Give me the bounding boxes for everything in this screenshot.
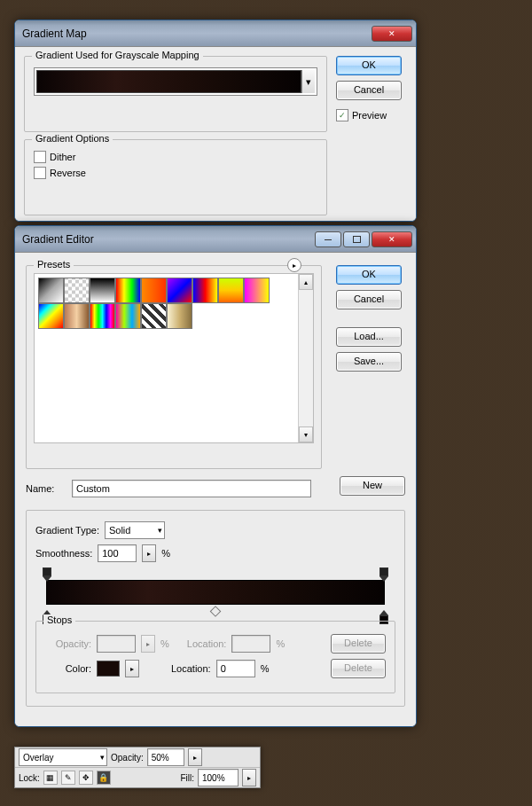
window-title: Gradient Map xyxy=(22,27,372,40)
checkbox-box xyxy=(34,167,46,179)
opacity-flyout-button[interactable]: ▸ xyxy=(188,748,202,766)
name-input[interactable] xyxy=(72,480,311,497)
flyout-menu-button[interactable]: ▸ xyxy=(287,258,301,272)
preset-swatch[interactable] xyxy=(90,278,115,303)
preset-swatch[interactable] xyxy=(192,278,218,303)
dither-checkbox[interactable]: Dither xyxy=(34,151,317,163)
layer-opacity-input[interactable] xyxy=(147,748,184,766)
checkbox-label: Reverse xyxy=(50,168,86,178)
percent-label: % xyxy=(160,638,169,649)
button-column: OK Cancel Load... Save... xyxy=(336,265,405,377)
lock-image-icon[interactable]: ✎ xyxy=(61,771,75,785)
opacity-label: Opacity: xyxy=(45,638,91,649)
select-value: Overlay xyxy=(23,753,53,763)
gradient-options-group: Gradient Options Dither Reverse xyxy=(24,139,327,215)
stops-group: Stops Opacity: ▸ % Location: % Delete Co… xyxy=(35,621,395,693)
cancel-button[interactable]: Cancel xyxy=(336,290,402,309)
lock-transparency-icon[interactable]: ▦ xyxy=(43,771,58,785)
delete-opacity-stop-button: Delete xyxy=(331,634,386,653)
fill-flyout-button[interactable]: ▸ xyxy=(242,769,256,786)
titlebar[interactable]: Gradient Editor ✕ xyxy=(15,226,416,253)
location-label: Location: xyxy=(187,638,227,649)
opacity-stop[interactable] xyxy=(43,567,51,578)
percent-label: % xyxy=(261,663,270,674)
close-button[interactable]: ✕ xyxy=(372,231,412,247)
smoothness-label: Smoothness: xyxy=(35,548,92,559)
preset-swatch[interactable] xyxy=(141,303,167,329)
dropdown-arrow-icon[interactable]: ▾ xyxy=(301,70,315,93)
group-title: Gradient Options xyxy=(32,133,113,144)
color-flyout-button[interactable]: ▸ xyxy=(125,660,139,677)
fill-label: Fill: xyxy=(180,773,194,783)
scroll-up-icon[interactable]: ▴ xyxy=(299,274,313,290)
checkbox-box xyxy=(34,151,46,163)
window-title: Gradient Editor xyxy=(22,233,315,246)
close-icon: ✕ xyxy=(388,29,395,38)
preview-checkbox[interactable]: ✓ Preview xyxy=(336,109,405,121)
checkbox-box: ✓ xyxy=(336,109,348,121)
smoothness-flyout-button[interactable]: ▸ xyxy=(142,544,156,562)
checkbox-label: Preview xyxy=(352,110,387,121)
preset-swatch[interactable] xyxy=(38,303,64,329)
save-button[interactable]: Save... xyxy=(336,352,402,372)
preset-swatch[interactable] xyxy=(64,303,90,329)
preset-swatch[interactable] xyxy=(64,278,90,303)
preset-swatch[interactable] xyxy=(167,303,192,329)
gradient-type-label: Gradient Type: xyxy=(35,525,99,536)
presets-list: ▴ ▾ xyxy=(34,273,314,443)
layer-fill-input[interactable] xyxy=(198,769,239,786)
gradient-editor-strip[interactable] xyxy=(35,567,395,621)
scrollbar[interactable]: ▴ ▾ xyxy=(298,274,313,442)
group-title: Presets xyxy=(34,259,74,270)
color-swatch[interactable] xyxy=(97,661,120,677)
gradient-type-select[interactable]: Solid ▾ xyxy=(105,521,165,539)
location-label: Location: xyxy=(171,663,211,674)
opacity-stop[interactable] xyxy=(379,567,388,578)
preset-swatch[interactable] xyxy=(115,303,141,329)
presets-group: Presets ▸ xyxy=(26,265,322,469)
close-button[interactable]: ✕ xyxy=(372,26,412,42)
percent-label: % xyxy=(161,548,170,559)
percent-label: % xyxy=(276,638,285,649)
maximize-button[interactable] xyxy=(343,231,370,247)
color-label: Color: xyxy=(45,663,91,674)
opacity-label: Opacity: xyxy=(111,753,144,763)
color-location-input[interactable] xyxy=(216,660,255,677)
blend-mode-select[interactable]: Overlay ▾ xyxy=(19,748,107,766)
new-button[interactable]: New xyxy=(340,476,405,496)
gradient-map-window: Gradient Map ✕ Gradient Used for Graysca… xyxy=(14,20,417,222)
lock-position-icon[interactable]: ✥ xyxy=(79,771,93,785)
preset-swatch[interactable] xyxy=(167,278,192,303)
preset-swatch[interactable] xyxy=(244,278,270,303)
gradient-preview xyxy=(36,70,301,93)
preset-swatch[interactable] xyxy=(38,278,64,303)
gradient-preview xyxy=(46,580,385,605)
preset-swatch[interactable] xyxy=(141,278,167,303)
preset-swatch[interactable] xyxy=(218,278,244,303)
color-stop[interactable] xyxy=(379,610,388,621)
select-value: Solid xyxy=(109,525,130,536)
group-title: Stops xyxy=(43,614,75,625)
location-input xyxy=(231,635,270,653)
ok-button[interactable]: OK xyxy=(336,265,402,285)
lock-label: Lock: xyxy=(19,773,40,783)
gradient-picker[interactable]: ▾ xyxy=(34,67,317,96)
cancel-button[interactable]: Cancel xyxy=(336,81,402,100)
reverse-checkbox[interactable]: Reverse xyxy=(34,167,317,179)
preset-swatch[interactable] xyxy=(90,303,115,329)
lock-all-icon[interactable]: 🔒 xyxy=(97,771,111,785)
scroll-down-icon[interactable]: ▾ xyxy=(299,426,313,442)
check-icon: ✓ xyxy=(339,111,346,120)
name-label: Name: xyxy=(26,483,66,494)
opacity-input xyxy=(97,635,136,653)
preset-swatch[interactable] xyxy=(115,278,141,303)
minimize-icon xyxy=(325,239,332,240)
ok-button[interactable]: OK xyxy=(336,56,402,75)
delete-color-stop-button: Delete xyxy=(331,659,386,678)
midpoint-handle[interactable] xyxy=(210,606,222,617)
load-button[interactable]: Load... xyxy=(336,327,402,347)
smoothness-input[interactable] xyxy=(98,544,137,562)
titlebar[interactable]: Gradient Map ✕ xyxy=(15,20,416,47)
minimize-button[interactable] xyxy=(315,231,341,247)
checkbox-label: Dither xyxy=(50,152,75,162)
